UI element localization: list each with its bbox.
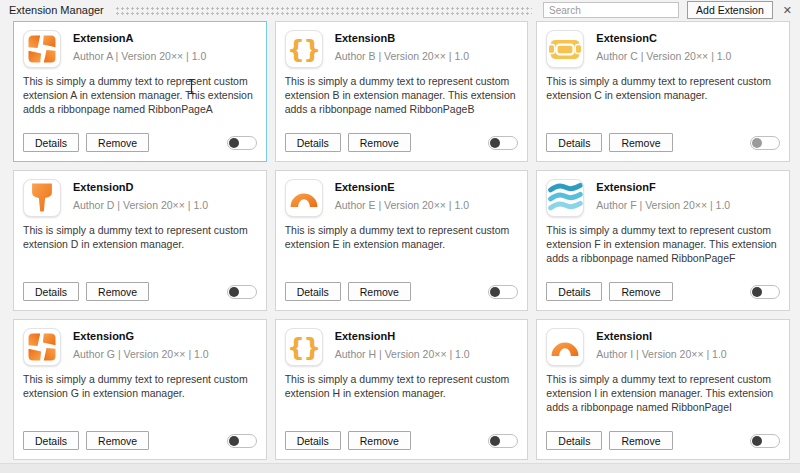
extension-title: ExtensionB (335, 30, 469, 44)
toggle-knob (752, 436, 762, 446)
card-footer: Details Remove (285, 282, 519, 301)
card-header: ExtensionA Author A | Version 20×× | 1.0 (23, 30, 257, 68)
search-input[interactable] (543, 2, 679, 18)
extension-description: This is simply a dummy text to represent… (285, 373, 519, 401)
svg-text:}: } (303, 333, 321, 362)
trowel-icon (23, 179, 61, 217)
extension-author-line: Author G | Version 20×× | 1.0 (73, 348, 209, 360)
remove-button[interactable]: Remove (348, 133, 411, 152)
extension-card[interactable]: {} ExtensionH Author H | Version 20×× | … (275, 319, 529, 460)
svg-text:{: { (287, 35, 305, 64)
braces-icon: {} (285, 30, 323, 68)
braces-icon: {} (285, 328, 323, 366)
remove-button[interactable]: Remove (348, 431, 411, 450)
toggle-knob (752, 287, 762, 297)
waves-icon (546, 179, 584, 217)
extension-card[interactable]: {} ExtensionB Author B | Version 20×× | … (275, 21, 529, 162)
remove-button[interactable]: Remove (609, 133, 672, 152)
extension-title: ExtensionI (596, 328, 726, 342)
extension-description: This is simply a dummy text to represent… (23, 373, 257, 401)
svg-text:}: } (303, 35, 321, 64)
card-header: ExtensionF Author F | Version 20×× | 1.0 (546, 179, 780, 217)
extension-author-line: Author D | Version 20×× | 1.0 (73, 199, 208, 211)
extension-title: ExtensionG (73, 328, 209, 342)
card-header: ExtensionI Author I | Version 20×× | 1.0 (546, 328, 780, 366)
brick-icon (546, 30, 584, 68)
card-header: ExtensionC Author C | Version 20×× | 1.0 (546, 30, 780, 68)
extension-title: ExtensionA (73, 30, 206, 44)
toggle-switch[interactable] (750, 136, 780, 150)
card-header: ExtensionE Author E | Version 20×× | 1.0 (285, 179, 519, 217)
remove-button[interactable]: Remove (609, 431, 672, 450)
extension-description: This is simply a dummy text to represent… (546, 373, 780, 415)
details-button[interactable]: Details (546, 133, 602, 152)
details-button[interactable]: Details (546, 282, 602, 301)
remove-button[interactable]: Remove (609, 282, 672, 301)
toggle-knob (490, 138, 500, 148)
extension-grid: ExtensionA Author A | Version 20×× | 1.0… (13, 21, 790, 460)
extension-title: ExtensionE (335, 179, 469, 193)
extension-author-line: Author C | Version 20×× | 1.0 (596, 50, 731, 62)
toggle-knob (229, 287, 239, 297)
card-footer: Details Remove (23, 431, 257, 450)
extension-card[interactable]: ExtensionE Author E | Version 20×× | 1.0… (275, 170, 529, 311)
extension-card[interactable]: ExtensionD Author D | Version 20×× | 1.0… (13, 170, 267, 311)
toggle-switch[interactable] (750, 434, 780, 448)
extension-author-line: Author F | Version 20×× | 1.0 (596, 199, 730, 211)
extension-title: ExtensionF (596, 179, 730, 193)
extension-author-line: Author I | Version 20×× | 1.0 (596, 348, 726, 360)
extension-author-line: Author H | Version 20×× | 1.0 (335, 348, 470, 360)
grip-dots-pattern (115, 6, 532, 15)
remove-button[interactable]: Remove (86, 431, 149, 450)
card-footer: Details Remove (285, 431, 519, 450)
arch-icon (285, 179, 323, 217)
extension-card[interactable]: ExtensionF Author F | Version 20×× | 1.0… (536, 170, 790, 311)
card-header: {} ExtensionB Author B | Version 20×× | … (285, 30, 519, 68)
card-footer: Details Remove (546, 133, 780, 152)
details-button[interactable]: Details (285, 431, 341, 450)
card-footer: Details Remove (546, 431, 780, 450)
extension-card[interactable]: ExtensionG Author G | Version 20×× | 1.0… (13, 319, 267, 460)
close-icon[interactable]: ✕ (783, 5, 792, 16)
details-button[interactable]: Details (23, 133, 79, 152)
extension-description: This is simply a dummy text to represent… (285, 75, 519, 117)
details-button[interactable]: Details (23, 431, 79, 450)
card-footer: Details Remove (546, 282, 780, 301)
toggle-switch[interactable] (750, 285, 780, 299)
extension-card[interactable]: ExtensionC Author C | Version 20×× | 1.0… (536, 21, 790, 162)
add-extension-button[interactable]: Add Extension (687, 1, 773, 19)
details-button[interactable]: Details (285, 282, 341, 301)
toggle-knob (490, 287, 500, 297)
toggle-switch[interactable] (488, 285, 518, 299)
details-button[interactable]: Details (23, 282, 79, 301)
text-cursor (186, 78, 197, 95)
remove-button[interactable]: Remove (86, 282, 149, 301)
remove-button[interactable]: Remove (348, 282, 411, 301)
toggle-switch[interactable] (488, 434, 518, 448)
title-bar: Extension Manager Add Extension ✕ (0, 0, 800, 20)
extension-author-line: Author A | Version 20×× | 1.0 (73, 50, 206, 62)
details-button[interactable]: Details (546, 431, 602, 450)
extension-description: This is simply a dummy text to represent… (23, 75, 257, 117)
toggle-switch[interactable] (488, 136, 518, 150)
details-button[interactable]: Details (285, 133, 341, 152)
extension-title: ExtensionD (73, 179, 208, 193)
extension-author-line: Author B | Version 20×× | 1.0 (335, 50, 469, 62)
pinwheel-icon (23, 328, 61, 366)
toggle-switch[interactable] (227, 136, 257, 150)
card-header: {} ExtensionH Author H | Version 20×× | … (285, 328, 519, 366)
toggle-knob (229, 138, 239, 148)
extension-author-line: Author E | Version 20×× | 1.0 (335, 199, 469, 211)
svg-text:{: { (287, 333, 305, 362)
extension-description: This is simply a dummy text to represent… (546, 75, 780, 103)
toggle-switch[interactable] (227, 434, 257, 448)
extension-title: ExtensionC (596, 30, 731, 44)
page-title: Extension Manager (9, 4, 104, 16)
extension-card[interactable]: ExtensionI Author I | Version 20×× | 1.0… (536, 319, 790, 460)
toggle-knob (490, 436, 500, 446)
card-footer: Details Remove (23, 282, 257, 301)
arch-icon (546, 328, 584, 366)
remove-button[interactable]: Remove (86, 133, 149, 152)
toggle-switch[interactable] (227, 285, 257, 299)
extension-card[interactable]: ExtensionA Author A | Version 20×× | 1.0… (13, 21, 267, 162)
